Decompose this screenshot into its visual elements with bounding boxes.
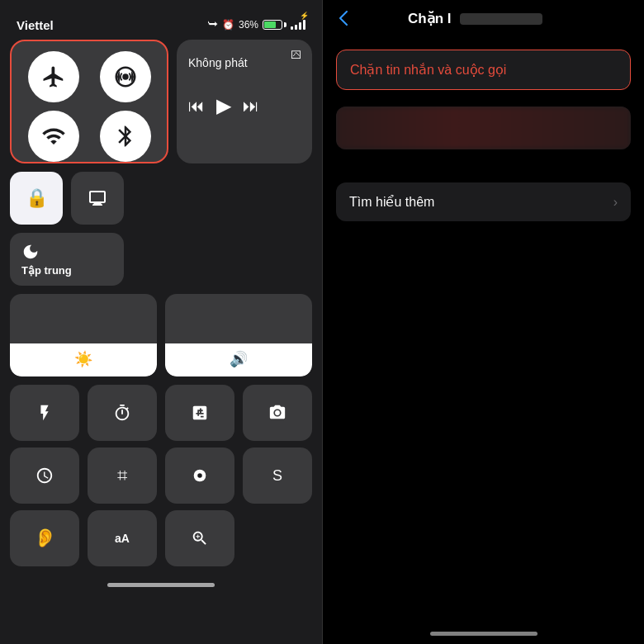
right-title-text: Chặn I [408,11,452,26]
flashlight-button[interactable] [10,385,79,441]
home-indicator-left [107,583,215,587]
screen-mirror-button[interactable] [71,172,124,225]
app-grid-row1 [10,385,312,441]
bluetooth-icon [113,124,138,149]
text-size-button[interactable]: aA [88,510,157,566]
screen-mirror-icon [88,188,107,208]
learn-more-chevron-icon: › [613,195,618,210]
right-title-blurred-text [460,13,542,25]
status-bar: Viettel ⮩ ⏰ 36% ⚡ [10,10,312,40]
back-button[interactable] [339,11,348,26]
signal-icon [291,20,305,30]
location-icon: ⮩ [208,19,218,31]
app-grid-row3: 👂 aA [10,510,312,566]
right-status-bar: Chặn I [323,0,644,36]
cellular-button[interactable] [100,51,151,102]
spacer [323,158,644,174]
status-right: ⮩ ⏰ 36% ⚡ [208,19,305,31]
sliders-row: ☀️ 🔊 [10,294,312,376]
volume-icon: 🔊 [230,350,248,368]
airplane-mode-button[interactable] [28,51,79,102]
hearing-button[interactable]: 👂 [10,510,79,566]
calculator-button[interactable] [165,385,234,441]
qr-scanner-button[interactable]: ⌗ [88,447,157,504]
block-section: Chặn tin nhắn và cuộc gọi [336,50,631,90]
right-bottom [323,230,644,644]
timer-button[interactable] [88,385,157,441]
zoom-button[interactable] [165,510,234,566]
right-panel: Chặn I Chặn tin nhắn và cuộc gọi Tìm hiể… [323,0,644,644]
info-section: Tìm hiểu thêm › [336,182,631,221]
media-controls: ⏮ ▶ ⏭ [188,94,301,117]
blurred-content-section [336,107,631,149]
charging-icon: ⚡ [300,12,309,20]
app-grid-row2: ⌗ S [10,447,312,504]
bluetooth-button[interactable] [100,111,151,162]
svg-point-0 [122,73,129,80]
focus-label: Tập trung [21,264,72,277]
media-section: ⮹ Không phát ⏮ ▶ ⏭ [177,40,312,163]
right-title-area: Chặn I [408,10,542,27]
clock-button[interactable] [10,447,79,504]
carrier-label: Viettel [17,18,54,32]
media-player[interactable]: ⮹ Không phát ⏮ ▶ ⏭ [177,40,312,163]
shazam-button[interactable]: S [243,447,312,504]
volume-slider[interactable]: 🔊 [165,294,312,376]
airplane-icon [41,64,66,89]
cellular-icon [113,64,138,89]
svg-point-1 [275,410,280,415]
airplay-icon[interactable]: ⮹ [291,48,302,61]
media-title: Không phát [188,56,301,69]
brightness-slider[interactable]: ☀️ [10,294,157,376]
learn-more-label: Tìm hiểu thêm [349,194,434,210]
learn-more-row[interactable]: Tìm hiểu thêm › [336,182,631,221]
moon-icon [21,243,40,261]
blurred-content [336,107,631,149]
middle-controls: 🔒 Tập trung [10,172,312,286]
back-chevron-icon [339,11,348,26]
block-messages-calls-option[interactable]: Chặn tin nhắn và cuộc gọi [337,50,630,89]
svg-point-3 [197,473,202,478]
wifi-icon [41,124,66,149]
battery-indicator: ⚡ [263,20,286,30]
battery-percent: 36% [239,19,258,31]
empty-slot [243,510,312,566]
alarm-icon: ⏰ [222,19,234,31]
orientation-lock-icon: 🔒 [26,187,48,209]
network-group[interactable] [10,40,168,163]
next-icon[interactable]: ⏭ [243,97,259,116]
camera-button[interactable] [243,385,312,441]
left-panel: Viettel ⮩ ⏰ 36% ⚡ [0,0,322,644]
home-indicator-right [430,632,537,636]
prev-icon[interactable]: ⏮ [188,97,205,116]
wifi-button[interactable] [28,111,79,162]
orientation-lock-button[interactable]: 🔒 [10,172,63,225]
focus-button[interactable]: Tập trung [10,233,124,286]
record-button[interactable] [165,447,234,504]
brightness-icon: ☀️ [74,350,92,368]
play-icon[interactable]: ▶ [216,94,231,117]
